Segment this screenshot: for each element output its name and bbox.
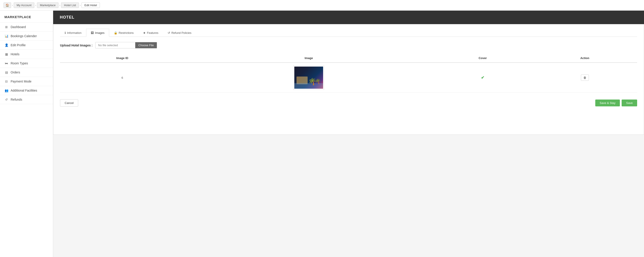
bookings-icon: 📊: [4, 34, 8, 38]
sidebar-item-label: Room Types: [11, 61, 28, 65]
images-table: Image ID Image Cover Action 6: [60, 54, 637, 93]
sidebar-item-hotels[interactable]: ▦ Hotels: [0, 50, 53, 59]
main-content: HOTEL ℹ Information 🖼 Images 🔒 Restricti…: [53, 11, 644, 257]
footer-actions: Cancel Save & Stay Save: [60, 99, 637, 107]
col-action: Action: [532, 54, 637, 63]
table-row: 6 🌴 🌴 ✔: [60, 63, 637, 93]
breadcrumb-chevron-3: ›: [59, 4, 60, 7]
breadcrumb-marketplace[interactable]: Marketplace: [37, 2, 58, 8]
palm-tree2-icon: 🌴: [315, 78, 321, 84]
tab-refund-policies[interactable]: ↺ Refund Policies: [163, 29, 196, 37]
upload-label: Upload Hotel Images :: [60, 43, 92, 47]
tab-information[interactable]: ℹ Information: [60, 29, 86, 37]
delete-image-button[interactable]: 🗑: [581, 74, 589, 81]
tabs-bar: ℹ Information 🖼 Images 🔒 Restrictions ★ …: [60, 29, 637, 37]
sidebar-item-label: Edit Profile: [11, 43, 26, 47]
hotel-image-container: 🌴 🌴: [293, 65, 324, 90]
sidebar-item-bookings-calender[interactable]: 📊 Bookings Calender: [0, 32, 53, 41]
cover-cell: ✔: [433, 63, 532, 93]
choose-file-button[interactable]: Choose File: [135, 42, 157, 48]
sidebar-item-orders[interactable]: ▤ Orders: [0, 68, 53, 77]
save-button[interactable]: Save: [622, 99, 637, 106]
facilities-icon: 👥: [4, 89, 8, 92]
col-image-id: Image ID: [60, 54, 184, 63]
save-stay-button[interactable]: Save & Stay: [595, 99, 620, 106]
cancel-button[interactable]: Cancel: [60, 99, 78, 107]
sidebar-item-label: Additional Facilities: [11, 89, 37, 92]
sidebar-item-label: Bookings Calender: [11, 34, 37, 38]
upload-section: Upload Hotel Images : No file selected C…: [60, 42, 637, 48]
breadcrumb-chevron-1: ›: [12, 4, 13, 7]
image-cell: 🌴 🌴: [184, 63, 433, 93]
information-tab-icon: ℹ: [65, 31, 66, 34]
sidebar-title: MARKETPLACE: [0, 15, 53, 22]
sidebar-item-label: Payment Mode: [11, 80, 32, 83]
sidebar-item-label: Refunds: [11, 98, 22, 101]
sidebar-item-dashboard[interactable]: ⊞ Dashboard: [0, 22, 53, 32]
breadcrumb-hotel-list[interactable]: Hotel List: [61, 2, 79, 8]
home-icon: 🏠: [6, 3, 9, 7]
sidebar-item-refunds[interactable]: ↺ Refunds: [0, 95, 53, 104]
breadcrumb-edit-hotel: Edit Hotel: [82, 2, 100, 8]
save-buttons-group: Save & Stay Save: [595, 99, 637, 106]
sidebar-item-label: Dashboard: [11, 25, 26, 29]
sidebar-item-label: Hotels: [11, 52, 20, 56]
orders-icon: ▤: [4, 70, 8, 74]
restrictions-tab-icon: 🔒: [114, 31, 117, 34]
tab-restrictions[interactable]: 🔒 Restrictions: [109, 29, 138, 37]
image-id-cell: 6: [60, 63, 184, 93]
sidebar-item-additional-facilities[interactable]: 👥 Additional Facilities: [0, 86, 53, 95]
sidebar-item-label: Orders: [11, 70, 20, 74]
payment-icon: ⊟: [4, 80, 8, 83]
content-area: ℹ Information 🖼 Images 🔒 Restrictions ★ …: [53, 24, 644, 135]
tab-images[interactable]: 🖼 Images: [86, 29, 109, 37]
images-tab-icon: 🖼: [91, 31, 94, 34]
refund-policies-tab-icon: ↺: [168, 31, 170, 34]
col-image: Image: [184, 54, 433, 63]
breadcrumb-home[interactable]: 🏠: [4, 2, 11, 8]
features-tab-icon: ★: [143, 31, 146, 34]
sidebar: MARKETPLACE ⊞ Dashboard 📊 Bookings Calen…: [0, 11, 53, 257]
file-name-box: No file selected: [96, 42, 135, 48]
action-cell: 🗑: [532, 63, 637, 93]
file-input-display: No file selected Choose File: [95, 42, 157, 48]
room-types-icon: 🛏: [4, 61, 8, 65]
hotels-icon: ▦: [4, 52, 8, 56]
dashboard-icon: ⊞: [4, 25, 8, 29]
breadcrumb-bar: 🏠 › My Account › Marketplace › Hotel Lis…: [0, 0, 644, 11]
breadcrumb-my-account[interactable]: My Account: [14, 2, 34, 8]
breadcrumb-chevron-2: ›: [35, 4, 36, 7]
cover-check-icon: ✔: [481, 75, 484, 80]
col-cover: Cover: [433, 54, 532, 63]
profile-icon: 👤: [4, 43, 8, 47]
breadcrumb-chevron-4: ›: [80, 4, 80, 7]
sidebar-item-room-types[interactable]: 🛏 Room Types: [0, 59, 53, 68]
page-header: HOTEL: [53, 11, 644, 24]
sidebar-item-edit-profile[interactable]: 👤 Edit Profile: [0, 41, 53, 50]
refunds-icon: ↺: [4, 98, 8, 101]
tab-features[interactable]: ★ Features: [138, 29, 163, 37]
page-title: HOTEL: [60, 15, 74, 19]
layout: MARKETPLACE ⊞ Dashboard 📊 Bookings Calen…: [0, 11, 644, 257]
hotel-image-visual: 🌴 🌴: [294, 67, 323, 89]
sidebar-item-payment-mode[interactable]: ⊟ Payment Mode: [0, 77, 53, 86]
